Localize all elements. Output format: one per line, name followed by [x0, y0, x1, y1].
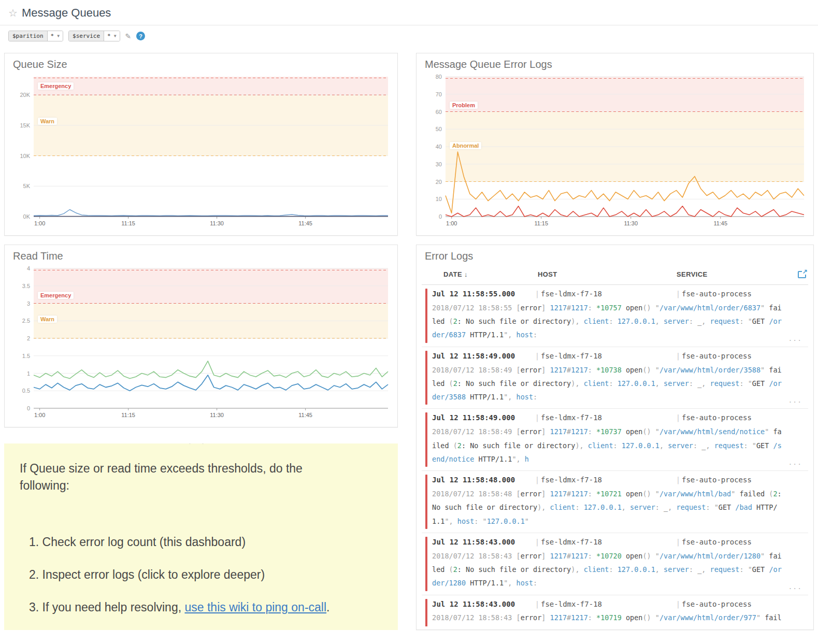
- svg-text:2.5: 2.5: [22, 318, 30, 324]
- threshold-label: Emergency: [38, 292, 74, 299]
- dashboard-grid: Queue Size 0K5K10K15K20K1:0011:1511:3011…: [0, 49, 818, 634]
- log-row[interactable]: Jul 12 11:58:49.000|fse-ldmx-f7-18|fse-a…: [422, 347, 808, 409]
- svg-text:11:30: 11:30: [210, 220, 224, 226]
- star-icon[interactable]: ☆: [8, 7, 18, 19]
- log-service: fse-auto-process: [682, 350, 801, 363]
- column-divider: |: [675, 474, 682, 486]
- svg-text:50: 50: [436, 126, 442, 132]
- panel-title: Queue Size: [13, 59, 392, 70]
- edit-pencil-icon[interactable]: ✎: [125, 32, 132, 40]
- column-service[interactable]: SERVICE: [677, 270, 792, 278]
- truncation-ellipsis: ...: [788, 459, 802, 466]
- note-item-3: 3. If you need help resolving, use this …: [29, 600, 382, 614]
- log-date: Jul 12 11:58:49.000: [432, 412, 534, 424]
- threshold-label: Emergency: [38, 82, 74, 90]
- log-meta: Jul 12 11:58:48.000|fse-ldmx-f7-18|fse-a…: [432, 474, 801, 486]
- variable-name: $parition: [9, 31, 48, 41]
- svg-text:60: 60: [436, 109, 442, 115]
- log-date: Jul 12 11:58:49.000: [432, 350, 534, 363]
- log-date: Jul 12 11:58:43.000: [432, 536, 534, 549]
- truncation-ellipsis: ...: [788, 583, 802, 591]
- column-divider: |: [534, 536, 541, 549]
- right-column: Message Queue Error Logs 010203040506070…: [416, 53, 814, 630]
- column-divider: |: [534, 412, 541, 424]
- svg-text:11:15: 11:15: [121, 220, 135, 226]
- log-meta: Jul 12 11:58:49.000|fse-ldmx-f7-18|fse-a…: [432, 412, 801, 424]
- log-host: fse-ldmx-f7-18: [541, 288, 675, 300]
- log-service: fse-auto-process: [682, 536, 801, 549]
- note-list: 1. Check error log count (this dashboard…: [20, 535, 382, 614]
- chevron-down-icon: ▼: [114, 34, 117, 38]
- column-divider: |: [534, 350, 541, 363]
- column-divider: |: [675, 412, 682, 424]
- template-variable-parition[interactable]: $parition * ▼: [8, 31, 63, 41]
- svg-text:20K: 20K: [20, 92, 30, 98]
- svg-text:0K: 0K: [23, 213, 31, 220]
- svg-text:10: 10: [436, 196, 442, 202]
- note-intro: If Queue size or read time exceeds thres…: [20, 460, 382, 495]
- log-service: fse-auto-process: [682, 412, 801, 424]
- svg-text:1.5: 1.5: [22, 353, 30, 359]
- log-row[interactable]: Jul 12 11:58:49.000|fse-ldmx-f7-18|fse-a…: [422, 409, 808, 471]
- panel-message-queue-error-logs: Message Queue Error Logs 010203040506070…: [416, 53, 814, 236]
- log-meta: Jul 12 11:58:43.000|fse-ldmx-f7-18|fse-a…: [432, 536, 801, 549]
- svg-text:11:45: 11:45: [713, 220, 727, 226]
- variable-value-dropdown[interactable]: * ▼: [48, 31, 63, 41]
- log-message: 2018/07/12 18:58:49 [error] 1217#1217: *…: [432, 425, 801, 466]
- log-table-header: DATE ↓ HOST SERVICE ↗: [422, 264, 808, 285]
- variable-value-dropdown[interactable]: * ▼: [104, 31, 119, 41]
- threshold-label: Warn: [38, 316, 57, 323]
- column-date[interactable]: DATE ↓: [443, 270, 538, 278]
- log-host: fse-ldmx-f7-18: [541, 598, 675, 611]
- severity-bar: [425, 537, 427, 591]
- open-in-new-icon[interactable]: ↗: [798, 271, 806, 278]
- svg-text:1: 1: [27, 370, 30, 377]
- log-message: 2018/07/12 18:58:43 [error] 1217#1217: *…: [432, 611, 801, 626]
- log-message: 2018/07/12 18:58:43 [error] 1217#1217: *…: [432, 549, 801, 590]
- queue-size-chart[interactable]: 0K5K10K15K20K1:0011:1511:3011:45Emergenc…: [10, 73, 392, 228]
- svg-text:1:00: 1:00: [34, 412, 45, 418]
- threshold-label: Warn: [38, 118, 57, 125]
- log-row[interactable]: Jul 12 11:58:43.000|fse-ldmx-f7-18|fse-a…: [422, 533, 808, 595]
- panel-title: Message Queue Error Logs: [425, 59, 808, 70]
- svg-text:11:45: 11:45: [298, 412, 312, 418]
- svg-text:11:30: 11:30: [624, 220, 638, 226]
- wiki-link[interactable]: use this wiki to ping on-call: [184, 600, 326, 614]
- svg-text:1:00: 1:00: [34, 220, 45, 226]
- svg-text:20: 20: [436, 179, 442, 185]
- log-row[interactable]: Jul 12 11:58:48.000|fse-ldmx-f7-18|fse-a…: [422, 471, 808, 533]
- svg-text:30: 30: [436, 161, 442, 167]
- svg-text:0: 0: [439, 213, 442, 220]
- column-divider: |: [675, 536, 682, 549]
- help-icon[interactable]: ?: [136, 32, 145, 40]
- svg-text:2: 2: [27, 335, 30, 341]
- svg-text:70: 70: [436, 91, 442, 97]
- page-title: Message Queues: [22, 6, 111, 20]
- read-time-chart[interactable]: 00.511.522.533.541:0011:1511:3011:45Emer…: [10, 264, 392, 420]
- sort-desc-icon: ↓: [464, 270, 468, 278]
- truncation-ellipsis: ...: [788, 396, 802, 404]
- svg-text:15K: 15K: [20, 122, 30, 128]
- variable-value: *: [51, 33, 54, 39]
- note-item-3-text: 3. If you need help resolving,: [29, 600, 184, 614]
- variable-name: $service: [69, 31, 104, 41]
- template-variable-service[interactable]: $service * ▼: [68, 31, 120, 41]
- truncation-ellipsis: ...: [788, 335, 802, 342]
- log-row[interactable]: Jul 12 11:58:43.000|fse-ldmx-f7-18|fse-a…: [422, 595, 808, 626]
- note-pointer-icon: [189, 443, 204, 444]
- svg-text:10K: 10K: [20, 153, 30, 159]
- panel-queue-size: Queue Size 0K5K10K15K20K1:0011:1511:3011…: [4, 53, 398, 236]
- log-row[interactable]: Jul 12 11:58:55.000|fse-ldmx-f7-18|fse-a…: [422, 285, 808, 347]
- panel-title: Read Time: [13, 250, 392, 262]
- svg-text:11:15: 11:15: [121, 412, 135, 418]
- column-host[interactable]: HOST: [538, 270, 677, 278]
- column-divider: |: [534, 288, 541, 300]
- svg-text:11:30: 11:30: [210, 412, 224, 418]
- note-item-1: 1. Check error log count (this dashboard…: [29, 535, 382, 549]
- log-host: fse-ldmx-f7-18: [541, 412, 675, 424]
- error-logs-chart[interactable]: 010203040506070801:0011:1511:3011:45Prob…: [422, 73, 808, 228]
- svg-text:0.5: 0.5: [22, 388, 30, 394]
- template-variables-bar: $parition * ▼ $service * ▼ ✎ ?: [0, 25, 818, 49]
- severity-bar: [425, 351, 427, 405]
- svg-text:3: 3: [27, 300, 30, 307]
